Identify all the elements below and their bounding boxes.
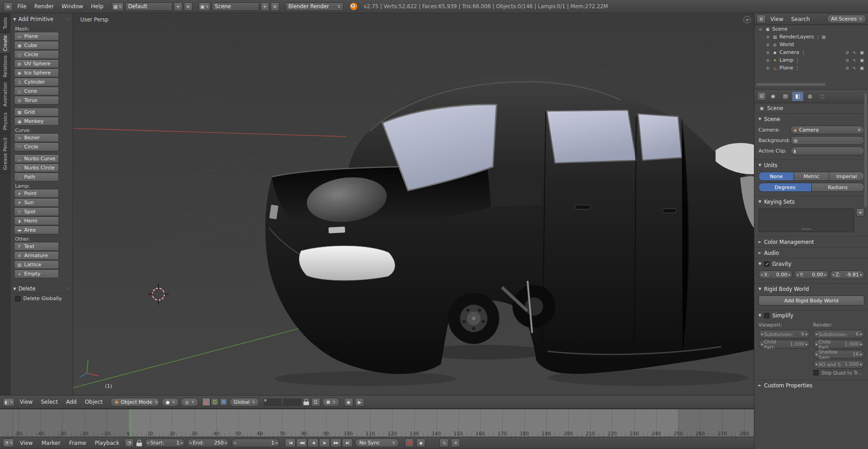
scene-name-field[interactable]: Scene <box>212 2 259 11</box>
increment-icon[interactable]: ▸ <box>276 441 277 445</box>
record-button[interactable] <box>405 438 414 447</box>
region-expand-icon[interactable]: + <box>743 16 751 23</box>
scene-browse-button[interactable]: ▣ ⇅ <box>199 2 210 11</box>
selectable-cursor-icon[interactable]: ↖ <box>852 50 858 55</box>
outliner-scrollbar[interactable] <box>756 83 826 86</box>
scene-panel-header[interactable]: ▼ Scene <box>754 114 868 124</box>
vp-menu-object[interactable]: Object <box>82 399 106 405</box>
add-circle-curve-button[interactable]: ◠Circle <box>14 143 59 151</box>
outliner-menu-view[interactable]: View <box>767 16 786 22</box>
decrement-icon[interactable]: ◂ <box>796 273 798 277</box>
previous-keyframe-button[interactable]: ◀◀ <box>296 438 307 447</box>
add-bezier-button[interactable]: ∿Bezier <box>14 133 59 142</box>
tab-scene[interactable]: ◧ <box>792 92 803 101</box>
layer-toggle[interactable] <box>291 399 294 402</box>
render-opengl-still-button[interactable]: ◉ <box>344 398 353 407</box>
tab-physics[interactable]: Physics <box>0 109 10 134</box>
pivot-point-select[interactable]: ◎ ⇅ <box>181 398 198 407</box>
units-radians-button[interactable]: Radians <box>812 183 865 192</box>
eye-icon[interactable]: ⊙ <box>844 66 850 70</box>
scene-background-field[interactable]: ▨ <box>790 136 864 145</box>
increment-icon[interactable]: ▸ <box>860 273 862 277</box>
add-plane-button[interactable]: ▭Plane <box>14 32 59 41</box>
scene-camera-field[interactable]: ◆ Camera × <box>790 126 864 134</box>
render-toggle-icon[interactable]: ▨ <box>821 35 826 39</box>
layer-toggle[interactable] <box>298 402 301 406</box>
add-path-button[interactable]: ◞Path <box>14 173 59 181</box>
decrement-icon[interactable]: ◂ <box>816 362 817 366</box>
outliner-row-world[interactable]: ⊕ ◍ World <box>754 41 868 48</box>
simplify-render-subdivision-field[interactable]: ◂ Subdivision: 6 ▸ <box>813 330 865 338</box>
expander-icon[interactable]: ⊕ <box>765 42 770 47</box>
add-cone-button[interactable]: △Cone <box>14 87 59 95</box>
decrement-icon[interactable]: ◂ <box>816 332 817 336</box>
add-area-lamp-button[interactable]: ▬Area <box>14 226 59 234</box>
add-point-lamp-button[interactable]: ∗Point <box>14 189 59 198</box>
add-text-button[interactable]: FText <box>14 242 59 251</box>
expander-icon[interactable]: ⊕ <box>765 50 770 55</box>
layer-toggle[interactable] <box>294 399 298 402</box>
add-empty-button[interactable]: +Empty <box>14 269 59 278</box>
renderable-camera-icon[interactable]: ▣ <box>859 58 865 63</box>
layer-toggle[interactable] <box>294 402 298 406</box>
menu-render[interactable]: Render <box>31 3 57 10</box>
menu-file[interactable]: File <box>14 3 30 10</box>
units-none-button[interactable]: None <box>758 172 794 181</box>
skip-quad-checkbox[interactable] <box>813 370 819 375</box>
layer-toggle[interactable] <box>287 399 290 402</box>
units-imperial-button[interactable]: Imperial <box>829 172 864 181</box>
editor-type-outliner-icon[interactable]: ≣ <box>757 15 766 23</box>
scale-manipulator-button[interactable] <box>220 398 228 406</box>
eye-icon[interactable]: ⊙ <box>844 50 850 55</box>
custom-properties-panel-header[interactable]: ► Custom Properties <box>754 380 868 391</box>
increment-icon[interactable]: ▸ <box>805 332 807 336</box>
translate-manipulator-button[interactable] <box>202 398 210 406</box>
scene-delete-button[interactable]: × <box>271 2 279 11</box>
transform-orientation-select[interactable]: Global ⇅ <box>230 398 259 407</box>
outliner-row-plane[interactable]: ⊕ △ Plane | ⊙ ↖ ▣ <box>754 64 868 72</box>
screen-layout-name-field[interactable]: Default <box>125 2 173 11</box>
editor-type-info-icon[interactable]: ≡ <box>4 2 13 11</box>
selectable-cursor-icon[interactable]: ↖ <box>852 58 858 63</box>
increment-icon[interactable]: ▸ <box>860 342 862 346</box>
decrement-icon[interactable]: ◂ <box>816 342 817 346</box>
editor-type-3d-icon[interactable]: ◧ ⇅ <box>3 398 15 407</box>
preview-range-icon[interactable]: ◔ <box>125 438 134 447</box>
add-hemi-lamp-button[interactable]: ◗Hemi <box>14 217 59 225</box>
lock-time-icon[interactable] <box>136 439 142 447</box>
rotate-manipulator-button[interactable] <box>211 398 219 406</box>
screen-layout-add-button[interactable]: + <box>174 2 183 11</box>
jump-to-start-button[interactable]: |◀ <box>285 438 296 447</box>
add-keying-set-button[interactable]: + <box>856 208 864 217</box>
tl-menu-playback[interactable]: Playback <box>92 440 123 446</box>
keyframe-type-icon-button[interactable]: × <box>451 438 460 447</box>
gravity-panel-header[interactable]: ▼ ✓ Gravity <box>754 259 868 269</box>
play-reverse-button[interactable]: ◀ <box>308 438 319 447</box>
renderable-camera-icon[interactable]: ▣ <box>859 50 865 55</box>
layer-toggle[interactable] <box>271 399 274 402</box>
gravity-x-field[interactable]: ◂ X: 0.00 ▸ <box>758 270 793 279</box>
viewport-3d[interactable]: User Persp (1) + <box>73 13 754 395</box>
increment-icon[interactable]: ▸ <box>860 362 862 366</box>
viewport-shading-select[interactable]: ● ⇅ <box>162 398 179 407</box>
layer-toggle[interactable] <box>264 402 267 406</box>
jump-to-end-button[interactable]: ▶| <box>342 438 353 447</box>
timeline-ruler[interactable]: -50 -40 -30 -20 -10 0 10 20 30 40 50 60 … <box>0 409 754 437</box>
layer-toggle[interactable] <box>278 402 282 406</box>
decrement-icon[interactable]: ◂ <box>147 441 149 445</box>
render-opengl-anim-button[interactable]: ▶ <box>355 398 364 407</box>
layer-toggle[interactable] <box>264 399 267 402</box>
keying-sets-panel-header[interactable]: ▼ Keying Sets <box>754 196 868 207</box>
add-primitive-panel-header[interactable]: ▼ Add Primitive ∷ <box>10 14 73 24</box>
decrement-icon[interactable]: ◂ <box>234 441 235 445</box>
add-uv-sphere-button[interactable]: ◍UV Sphere <box>14 59 59 68</box>
layer-toggle[interactable] <box>291 402 294 406</box>
decrement-icon[interactable]: ◂ <box>761 342 763 346</box>
layer-toggle[interactable] <box>283 402 287 406</box>
gravity-checkbox[interactable]: ✓ <box>764 261 769 267</box>
tab-render[interactable]: ◉ <box>768 92 779 101</box>
increment-icon[interactable]: ▸ <box>860 332 862 336</box>
outliner-display-mode-select[interactable]: All Scenes ⇅ <box>827 15 866 23</box>
screen-layout-delete-button[interactable]: × <box>184 2 193 11</box>
start-frame-field[interactable]: ◂ Start: 1 ▸ <box>145 438 185 447</box>
